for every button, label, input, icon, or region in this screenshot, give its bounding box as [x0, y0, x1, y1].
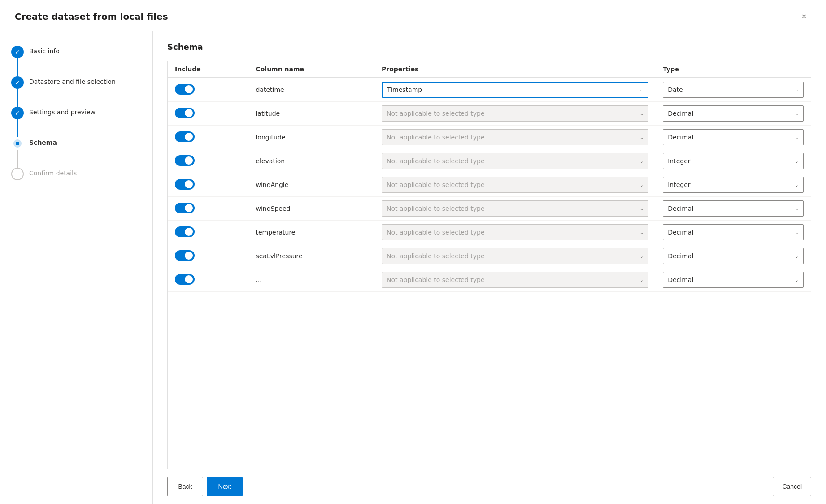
toggle-thumb: [185, 85, 193, 93]
toggle-thumb: [185, 204, 193, 212]
include-toggle-temperature[interactable]: [175, 226, 195, 237]
type-dropdown-longitude[interactable]: Decimal ⌄: [663, 129, 804, 145]
include-cell: [168, 268, 248, 292]
chevron-down-icon: ⌄: [640, 159, 643, 164]
toggle-thumb: [185, 156, 193, 165]
footer-left: Back Next: [167, 477, 243, 496]
property-value: Not applicable to selected type: [387, 157, 485, 165]
toggle-track: [175, 131, 195, 142]
include-toggle-latitude[interactable]: [175, 108, 195, 118]
property-dropdown-col9[interactable]: Not applicable to selected type ⌄: [382, 272, 648, 288]
next-button[interactable]: Next: [207, 477, 243, 496]
property-dropdown-datetime[interactable]: Timestamp ⌄: [382, 82, 648, 98]
type-dropdown-latitude[interactable]: Decimal ⌄: [663, 105, 804, 122]
type-cell: Decimal ⌄: [656, 197, 811, 221]
column-name-cell: windSpeed: [248, 197, 374, 221]
type-value: Date: [668, 86, 683, 93]
type-cell: Date ⌄: [656, 78, 811, 102]
col-header-type: Type: [656, 61, 811, 78]
toggle-track: [175, 226, 195, 237]
sidebar-item-confirm[interactable]: Confirm details: [11, 168, 142, 180]
sidebar-item-basic-info[interactable]: Basic info: [11, 46, 142, 58]
step-label-confirm: Confirm details: [29, 168, 77, 177]
type-value: Decimal: [668, 229, 693, 236]
type-dropdown-seaLvlPressure[interactable]: Decimal ⌄: [663, 248, 804, 264]
include-cell: [168, 78, 248, 102]
property-cell: Not applicable to selected type ⌄: [374, 102, 656, 126]
back-button[interactable]: Back: [167, 477, 203, 496]
table-row: windSpeed Not applicable to selected typ…: [168, 197, 811, 221]
table-row: datetime Timestamp ⌄ Date ⌄: [168, 78, 811, 102]
include-toggle-longitude[interactable]: [175, 131, 195, 142]
property-dropdown-temperature[interactable]: Not applicable to selected type ⌄: [382, 224, 648, 240]
table-row: seaLvlPressure Not applicable to selecte…: [168, 244, 811, 268]
chevron-down-icon: ⌄: [795, 87, 799, 92]
property-value: Not applicable to selected type: [387, 229, 485, 236]
property-value: Timestamp: [387, 86, 422, 93]
dialog-title: Create dataset from local files: [15, 11, 168, 22]
type-dropdown-windSpeed[interactable]: Decimal ⌄: [663, 200, 804, 217]
toggle-track: [175, 155, 195, 166]
type-cell: Integer ⌄: [656, 149, 811, 173]
type-dropdown-col9[interactable]: Decimal ⌄: [663, 272, 804, 288]
toggle-track: [175, 179, 195, 190]
schema-table-container[interactable]: Include Column name Properties Type date…: [167, 61, 811, 469]
step-icon-datastore: [11, 76, 24, 89]
sidebar-item-settings[interactable]: Settings and preview: [11, 107, 142, 119]
column-name-cell: windAngle: [248, 173, 374, 197]
property-dropdown-longitude[interactable]: Not applicable to selected type ⌄: [382, 129, 648, 145]
sidebar-item-schema[interactable]: Schema: [11, 137, 142, 150]
checkmark-icon-3: [15, 109, 20, 117]
chevron-down-icon: ⌄: [795, 182, 799, 187]
cancel-button[interactable]: Cancel: [773, 477, 811, 496]
type-value: Integer: [668, 181, 690, 188]
include-toggle-elevation[interactable]: [175, 155, 195, 166]
property-dropdown-seaLvlPressure[interactable]: Not applicable to selected type ⌄: [382, 248, 648, 264]
toggle-thumb: [185, 228, 193, 236]
chevron-down-icon: ⌄: [795, 254, 799, 259]
close-button[interactable]: ×: [797, 9, 811, 24]
include-cell: [168, 197, 248, 221]
create-dataset-dialog: Create dataset from local files × Basic …: [0, 0, 826, 504]
type-value: Integer: [668, 157, 690, 165]
property-dropdown-elevation[interactable]: Not applicable to selected type ⌄: [382, 153, 648, 169]
type-dropdown-temperature[interactable]: Decimal ⌄: [663, 224, 804, 240]
include-toggle-datetime[interactable]: [175, 84, 195, 95]
property-cell: Not applicable to selected type ⌄: [374, 221, 656, 244]
table-row: elevation Not applicable to selected typ…: [168, 149, 811, 173]
toggle-thumb: [185, 109, 193, 117]
table-row: windAngle Not applicable to selected typ…: [168, 173, 811, 197]
sidebar-item-datastore[interactable]: Datastore and file selection: [11, 76, 142, 89]
column-name-cell: ...: [248, 268, 374, 292]
toggle-track: [175, 250, 195, 261]
property-dropdown-windAngle[interactable]: Not applicable to selected type ⌄: [382, 177, 648, 193]
type-dropdown-windAngle[interactable]: Integer ⌄: [663, 177, 804, 193]
type-dropdown-datetime[interactable]: Date ⌄: [663, 82, 804, 98]
toggle-thumb: [185, 180, 193, 188]
property-value: Not applicable to selected type: [387, 181, 485, 188]
include-toggle-seaLvlPressure[interactable]: [175, 250, 195, 261]
chevron-down-icon: ⌄: [640, 135, 643, 140]
include-toggle-windSpeed[interactable]: [175, 203, 195, 213]
type-dropdown-elevation[interactable]: Integer ⌄: [663, 153, 804, 169]
type-value: Decimal: [668, 134, 693, 141]
chevron-down-icon: ⌄: [795, 159, 799, 164]
include-cell: [168, 102, 248, 126]
include-toggle-col9[interactable]: [175, 274, 195, 285]
include-toggle-windAngle[interactable]: [175, 179, 195, 190]
property-dropdown-windSpeed[interactable]: Not applicable to selected type ⌄: [382, 200, 648, 217]
dialog-header: Create dataset from local files ×: [0, 0, 826, 31]
type-cell: Decimal ⌄: [656, 268, 811, 292]
type-value: Decimal: [668, 110, 693, 117]
include-cell: [168, 173, 248, 197]
table-row: latitude Not applicable to selected type…: [168, 102, 811, 126]
toggle-track: [175, 84, 195, 95]
column-name-cell: longitude: [248, 126, 374, 149]
schema-title: Schema: [167, 42, 811, 52]
step-label-schema: Schema: [29, 137, 57, 146]
dialog-footer: Back Next Cancel: [153, 469, 826, 504]
property-dropdown-latitude[interactable]: Not applicable to selected type ⌄: [382, 105, 648, 122]
step-connector-2: [17, 89, 18, 107]
col-header-properties: Properties: [374, 61, 656, 78]
property-cell: Not applicable to selected type ⌄: [374, 126, 656, 149]
